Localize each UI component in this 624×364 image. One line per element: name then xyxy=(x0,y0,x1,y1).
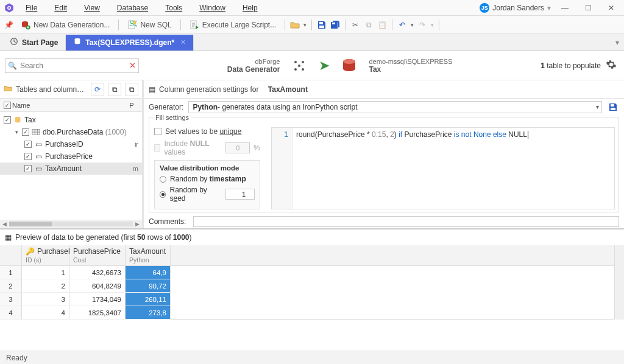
comments-input[interactable] xyxy=(193,216,619,227)
tree-col-purchaseid[interactable]: PurchaseID xyxy=(45,140,126,149)
column-icon: ▭ xyxy=(34,164,43,173)
tree-col-purchaseprice[interactable]: PurchasePrice xyxy=(45,152,126,161)
col-name-header[interactable]: Name xyxy=(12,102,125,109)
svg-point-6 xyxy=(133,21,136,24)
gear-icon[interactable] xyxy=(606,59,617,72)
col-taxamount-checkbox[interactable]: ✓ xyxy=(24,165,32,172)
table-count: 1 xyxy=(541,61,545,70)
unique-checkbox[interactable] xyxy=(154,128,161,135)
cell[interactable]: 1 xyxy=(22,266,69,279)
redo-dropdown-icon[interactable]: ▾ xyxy=(431,22,434,28)
tree-table[interactable]: dbo.PurchaseData (1000) xyxy=(43,128,138,136)
tabs-overflow-icon[interactable]: ▾ xyxy=(611,38,624,47)
datagen-icon xyxy=(73,37,82,47)
tree-col-taxamount[interactable]: TaxAmount xyxy=(45,164,126,173)
svg-rect-23 xyxy=(611,108,615,110)
cut-icon[interactable]: ✂ xyxy=(350,20,360,30)
refresh-button[interactable]: ⟳ xyxy=(91,83,104,96)
header-flow: 🔍 ✕ dbForge Data Generator ➤ demo-mssql\… xyxy=(0,51,624,80)
column-icon: ▭ xyxy=(34,152,43,161)
search-input[interactable] xyxy=(5,58,139,73)
row-num-2[interactable]: 2 xyxy=(0,279,21,293)
generator-select[interactable]: Python - generates data using an IronPyt… xyxy=(188,101,602,113)
save-icon[interactable] xyxy=(317,20,327,30)
svg-point-15 xyxy=(294,68,297,71)
object-tree[interactable]: ✓ Tax ▾ ✓ dbo.PurchaseData (1000) ✓ ▭ Pu… xyxy=(0,112,142,220)
menu-help[interactable]: Help xyxy=(235,2,265,13)
menubar: File Edit View Database Tools Window Hel… xyxy=(0,0,624,16)
svg-text:SQL: SQL xyxy=(129,20,137,28)
status-text: Ready xyxy=(6,354,27,362)
clear-search-icon[interactable]: ✕ xyxy=(129,61,136,70)
undo-dropdown-icon[interactable]: ▾ xyxy=(411,22,414,28)
start-page-icon xyxy=(10,37,18,47)
menu-window[interactable]: Window xyxy=(192,2,233,13)
col-purchaseprice-checkbox[interactable]: ✓ xyxy=(24,153,32,160)
cell[interactable]: 2 xyxy=(22,279,69,293)
pin-icon[interactable]: 📌 xyxy=(4,20,13,30)
cell[interactable]: 3 xyxy=(22,293,69,306)
new-sql-button[interactable]: SQL New SQL xyxy=(124,19,175,31)
tab-tax-dgen[interactable]: Tax(SQLEXPRESS).dgen* ✕ xyxy=(66,35,194,51)
distribution-title: Value distribution mode xyxy=(160,164,255,172)
tree-db[interactable]: Tax xyxy=(24,116,138,124)
cell[interactable]: 1825,3407 xyxy=(69,306,125,320)
menu-file[interactable]: File xyxy=(18,2,44,13)
cell[interactable]: 4 xyxy=(22,306,69,320)
cell[interactable]: 604,8249 xyxy=(69,279,125,293)
preview-v-scrollbar[interactable] xyxy=(614,245,624,320)
menu-view[interactable]: View xyxy=(77,2,107,13)
user-badge[interactable]: JS Jordan Sanders ▾ xyxy=(480,3,551,13)
window-close-button[interactable]: ✕ xyxy=(602,2,620,14)
table-checkbox[interactable]: ✓ xyxy=(22,128,29,136)
svg-rect-22 xyxy=(611,104,614,107)
col-p-header[interactable]: P xyxy=(125,102,138,109)
tab-close-icon[interactable]: ✕ xyxy=(180,38,186,46)
sql-file-icon: SQL xyxy=(127,20,137,30)
cell[interactable]: 1734,049 xyxy=(69,293,125,306)
dropdown-arrow-icon[interactable]: ▾ xyxy=(303,22,307,28)
expander-icon[interactable]: ▾ xyxy=(13,129,20,135)
undo-icon[interactable]: ↶ xyxy=(397,20,407,30)
window-minimize-button[interactable]: — xyxy=(556,2,574,14)
col-purchaseid-checkbox[interactable]: ✓ xyxy=(24,141,32,148)
cell[interactable]: 90,72 xyxy=(126,279,170,293)
copy-all-button[interactable]: ⧉ xyxy=(125,83,138,96)
radio-timestamp[interactable] xyxy=(160,176,166,183)
svg-rect-21 xyxy=(32,130,40,135)
cell[interactable]: 260,11 xyxy=(126,293,170,306)
toolbar: 📌 New Data Generation... SQL New SQL Exe… xyxy=(0,16,624,34)
cell[interactable]: 432,6673 xyxy=(69,266,125,279)
generator-label: Generator: xyxy=(149,103,183,111)
cell[interactable]: 64,9 xyxy=(126,266,170,279)
save-all-icon[interactable] xyxy=(330,20,340,30)
comments-label: Comments: xyxy=(149,217,186,226)
paste-icon[interactable]: 📋 xyxy=(377,20,387,30)
tab-start-page[interactable]: Start Page xyxy=(2,35,66,51)
execute-large-script-button[interactable]: Execute Large Script... xyxy=(186,19,280,31)
row-num-4[interactable]: 4 xyxy=(0,306,21,320)
new-data-generation-button[interactable]: New Data Generation... xyxy=(17,19,113,31)
tree-h-scrollbar[interactable]: ◀ ▶ xyxy=(0,220,142,228)
panel-title: Tables and columns to p... xyxy=(16,85,87,94)
svg-point-16 xyxy=(302,68,304,71)
menu-edit[interactable]: Edit xyxy=(47,2,74,13)
copy-icon[interactable]: ⧉ xyxy=(364,20,374,30)
save-generator-button[interactable] xyxy=(607,101,619,113)
row-num-1[interactable]: 1 xyxy=(0,266,21,279)
cell[interactable]: 273,8 xyxy=(126,306,170,320)
table-icon xyxy=(32,128,40,136)
window-maximize-button[interactable]: ☐ xyxy=(579,2,597,14)
menu-database[interactable]: Database xyxy=(110,2,155,13)
copy-button[interactable]: ⧉ xyxy=(108,83,121,96)
row-num-3[interactable]: 3 xyxy=(0,293,21,306)
menu-tools[interactable]: Tools xyxy=(158,2,190,13)
seed-input[interactable] xyxy=(225,189,255,200)
db-checkbox[interactable]: ✓ xyxy=(4,116,11,124)
redo-icon[interactable]: ↷ xyxy=(417,20,427,30)
python-code-editor[interactable]: 1 round(PurchasePrice * 0.15, 2) if Purc… xyxy=(271,127,615,209)
radio-seed[interactable] xyxy=(160,191,166,198)
tables-panel: Tables and columns to p... ⟳ ⧉ ⧉ ✓ Name … xyxy=(0,80,144,228)
select-all-checkbox[interactable]: ✓ xyxy=(4,102,11,109)
open-folder-icon[interactable] xyxy=(290,20,300,30)
